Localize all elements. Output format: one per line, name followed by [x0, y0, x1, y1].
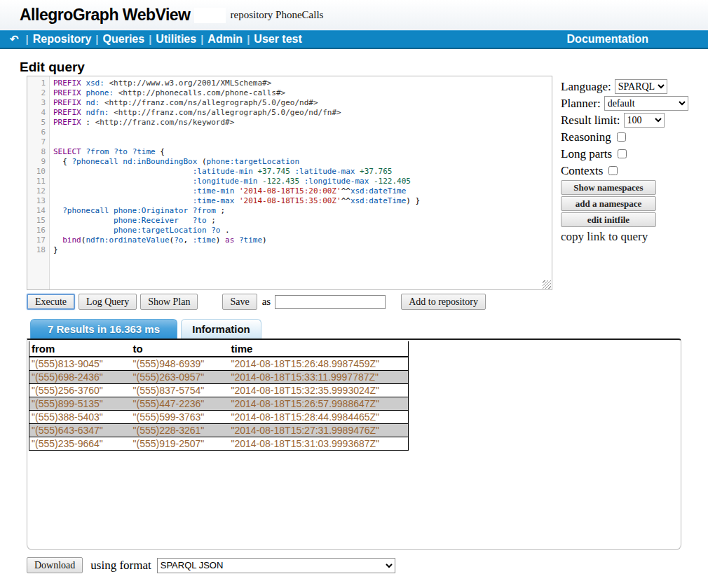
reasoning-checkbox[interactable] — [617, 132, 626, 142]
table-cell: "(555)643-6347" — [29, 424, 131, 437]
log-query-button[interactable]: Log Query — [79, 294, 137, 310]
app-title: AllegroGraph WebView — [20, 6, 190, 25]
copy-link-to-query[interactable]: copy link to query — [561, 230, 704, 244]
contexts-checkbox[interactable] — [608, 166, 618, 175]
table-cell: "2014-08-18T15:28:44.9984465Z" — [229, 411, 409, 424]
nav-item-user-test[interactable]: User test — [254, 33, 301, 45]
table-cell: "2014-08-18T15:26:48.9987459Z" — [229, 357, 409, 371]
nav-item-queries[interactable]: Queries — [103, 33, 145, 45]
nav-item-documentation[interactable]: Documentation — [567, 33, 648, 46]
reasoning-label: Reasoning — [561, 130, 611, 144]
column-header-time: time — [229, 341, 409, 357]
show-namespaces-button[interactable]: Show namespaces — [561, 180, 656, 195]
nav-separator: | — [91, 33, 102, 45]
code-line: { ?phonecall nd:inBoundingBox (phone:tar… — [53, 157, 420, 167]
code-line — [53, 128, 420, 137]
table-cell: "2014-08-18T15:32:35.9993024Z" — [229, 384, 409, 397]
planner-select[interactable]: default — [604, 96, 688, 111]
nav-items: |Repository|Queries|Utilities|Admin|User… — [22, 33, 302, 46]
table-cell: "(555)837-5754" — [131, 384, 229, 397]
save-name-input[interactable] — [275, 295, 386, 309]
add-a-namespace-button[interactable]: add a namespace — [561, 196, 656, 211]
table-row: "(555)643-6347""(555)228-3261""2014-08-1… — [29, 424, 409, 437]
results-table: fromtotime "(555)813-9045""(555)948-6939… — [29, 341, 409, 451]
table-row: "(555)899-5135""(555)447-2236""2014-08-1… — [29, 397, 409, 411]
language-select[interactable]: SPARQL — [615, 79, 667, 94]
add-to-repository-button[interactable]: Add to repository — [401, 294, 486, 310]
code-line: phone:targetLocation ?o . — [53, 226, 420, 235]
long-parts-label: Long parts — [561, 147, 612, 161]
repository-label: repository PhoneCalls — [230, 9, 323, 21]
query-editor[interactable]: 123456789101112131415161718 PREFIX xsd: … — [27, 76, 552, 290]
table-cell: "(555)447-2236" — [131, 397, 229, 411]
tab-results[interactable]: 7 Results in 16.363 ms — [30, 319, 177, 339]
edit-initfile-button[interactable]: edit initfile — [561, 212, 656, 227]
download-bar: Download using format SPARQL JSON — [27, 557, 395, 573]
column-header-from: from — [29, 341, 131, 357]
code-line — [53, 137, 420, 147]
header-spacer-box — [194, 8, 226, 23]
table-cell: "(555)919-2507" — [131, 437, 229, 451]
code-line: PREFIX phone: <http://phonecalls.com/pho… — [53, 88, 420, 98]
table-row: "(555)388-5403""(555)599-3763""2014-08-1… — [29, 411, 409, 424]
table-cell: "(555)813-9045" — [29, 357, 131, 371]
tab-information[interactable]: Information — [181, 319, 261, 339]
result-limit-select[interactable]: 100 — [624, 113, 665, 128]
code-line: } — [53, 245, 420, 255]
table-cell: "2014-08-18T15:27:31.9989476Z" — [229, 424, 409, 437]
execute-button[interactable]: Execute — [27, 294, 75, 310]
code-line: :latitude-min +37.745 :latitude-max +37.… — [53, 167, 420, 177]
results-panel: fromtotime "(555)813-9045""(555)948-6939… — [27, 339, 681, 550]
code-line: :time-max '2014-08-18T15:35:00Z'^^xsd:da… — [53, 196, 420, 206]
code-line: phone:Receiver ?to ; — [53, 216, 420, 226]
nav-separator: | — [196, 33, 207, 45]
table-cell: "2014-08-18T15:31:03.9993687Z" — [229, 437, 409, 451]
table-row: "(555)698-2436""(555)263-0957""2014-08-1… — [29, 371, 409, 384]
results-tabbar: 7 Results in 16.363 ms Information — [30, 319, 265, 339]
table-cell: "(555)388-5403" — [29, 411, 131, 424]
table-cell: "(555)899-5135" — [29, 397, 131, 411]
download-button[interactable]: Download — [27, 557, 83, 573]
nav-item-repository[interactable]: Repository — [33, 33, 92, 45]
nav-separator: | — [22, 33, 33, 45]
app-header: AllegroGraph WebView repository PhoneCal… — [0, 0, 708, 30]
main-navbar: ↶ |Repository|Queries|Utilities|Admin|Us… — [0, 30, 708, 49]
query-options-sidebar: Language: SPARQL Planner: default Result… — [561, 78, 704, 244]
table-cell: "(555)228-3261" — [131, 424, 229, 437]
table-cell: "(555)263-0957" — [131, 371, 229, 384]
editor-code[interactable]: PREFIX xsd: <http://www.w3.org/2001/XMLS… — [50, 76, 420, 289]
save-button[interactable]: Save — [222, 294, 257, 310]
code-line: :time-min '2014-08-18T15:20:00Z'^^xsd:da… — [53, 186, 420, 196]
long-parts-checkbox[interactable] — [618, 149, 627, 158]
table-row: "(555)235-9664""(555)919-2507""2014-08-1… — [29, 437, 409, 451]
table-cell: "(555)599-3763" — [131, 411, 229, 424]
result-limit-label: Result limit: — [561, 114, 620, 128]
code-line: ?phonecall phone:Originator ?from ; — [53, 206, 420, 216]
table-cell: "2014-08-18T15:26:57.9988647Z" — [229, 397, 409, 411]
nav-item-admin[interactable]: Admin — [207, 33, 243, 45]
table-row: "(555)256-3760""(555)837-5754""2014-08-1… — [29, 384, 409, 397]
table-cell: "(555)235-9664" — [29, 437, 131, 451]
column-header-to: to — [131, 341, 229, 357]
contexts-label: Contexts — [561, 164, 603, 178]
show-plan-button[interactable]: Show Plan — [140, 294, 198, 310]
language-label: Language: — [561, 80, 611, 94]
code-line: bind(ndfn:ordinateValue(?o, :time) as ?t… — [53, 235, 420, 245]
code-line: PREFIX ndfn: <http://franz.com/ns/allegr… — [53, 108, 420, 118]
format-label: using format — [90, 559, 151, 573]
table-cell: "(555)948-6939" — [131, 357, 229, 371]
code-line: :longitude-min -122.435 :longitude-max -… — [53, 177, 420, 186]
save-as-label: as — [262, 296, 271, 308]
back-arrow-icon[interactable]: ↶ — [7, 33, 22, 46]
query-toolbar: Execute Log Query Show Plan Save as Add … — [27, 294, 489, 310]
code-line: SELECT ?from ?to ?time { — [53, 147, 420, 157]
table-row: "(555)813-9045""(555)948-6939""2014-08-1… — [29, 357, 409, 371]
format-select[interactable]: SPARQL JSON — [157, 558, 395, 573]
editor-line-numbers: 123456789101112131415161718 — [27, 76, 50, 289]
table-cell: "(555)698-2436" — [29, 371, 131, 384]
editor-resize-handle[interactable] — [543, 280, 551, 289]
option-checkboxes: ReasoningLong partsContexts — [561, 129, 704, 179]
nav-item-utilities[interactable]: Utilities — [156, 33, 196, 45]
table-cell: "(555)256-3760" — [29, 384, 131, 397]
code-line: PREFIX xsd: <http://www.w3.org/2001/XMLS… — [53, 78, 420, 88]
